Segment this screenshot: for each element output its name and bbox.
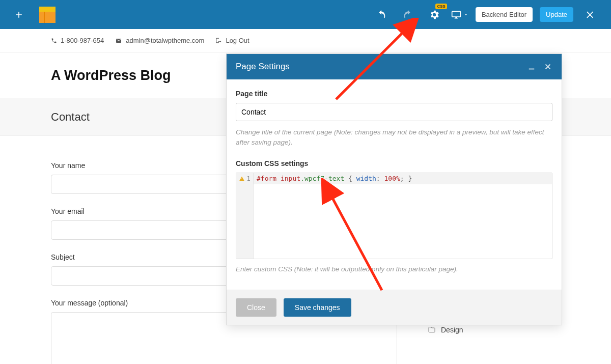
line-number: 1 xyxy=(246,175,250,182)
logout-icon xyxy=(215,37,222,44)
custom-css-editor[interactable]: 1 #form input .wpcf7-text { width : 100%… xyxy=(236,173,552,259)
page-title-input[interactable] xyxy=(236,103,552,121)
close-icon xyxy=(585,10,595,20)
css-token-element: input xyxy=(281,175,300,182)
gear-icon xyxy=(429,9,440,20)
folder-icon xyxy=(428,326,436,334)
page-settings-button[interactable]: CSS xyxy=(425,5,444,24)
modal-close-btn[interactable]: Close xyxy=(236,298,276,317)
code-content[interactable]: #form input .wpcf7-text { width : 100% ;… xyxy=(254,173,552,259)
email-text: admin@totalwptheme.com xyxy=(126,37,204,44)
undo-button[interactable] xyxy=(372,5,391,24)
email-link[interactable]: admin@totalwptheme.com xyxy=(115,37,204,44)
css-token-prop: width xyxy=(356,175,376,182)
css-token-class: .wpcf7-text xyxy=(300,175,344,182)
site-utility-bar: 1-800-987-654 admin@totalwptheme.com Log… xyxy=(0,29,611,52)
modal-title: Page Settings xyxy=(236,62,290,72)
backend-editor-button[interactable]: Backend Editor xyxy=(476,7,533,22)
page-title-field-label: Page title xyxy=(236,90,552,98)
add-element-button[interactable] xyxy=(9,5,29,24)
modal-close-button[interactable] xyxy=(543,62,552,71)
code-gutter: 1 xyxy=(236,173,254,259)
minimize-icon xyxy=(527,62,536,71)
responsive-preview-button[interactable] xyxy=(451,10,468,20)
css-token-value: 100% xyxy=(384,175,400,182)
templates-button[interactable] xyxy=(38,5,57,24)
modal-header[interactable]: Page Settings xyxy=(227,54,562,79)
modal-save-btn[interactable]: Save changes xyxy=(284,298,351,317)
modal-minimize-button[interactable] xyxy=(527,62,536,71)
logout-text: Log Out xyxy=(226,37,249,44)
visual-composer-toolbar: CSS Backend Editor Update xyxy=(0,0,611,29)
category-label: Design xyxy=(441,326,463,334)
page-title-help: Change title of the current page (Note: … xyxy=(236,127,552,148)
warning-icon xyxy=(239,176,245,182)
desktop-icon xyxy=(451,10,461,20)
css-token-brace-open: { xyxy=(348,175,352,182)
chevron-down-icon xyxy=(463,12,468,17)
templates-icon xyxy=(39,7,55,23)
custom-css-help: Enter custom CSS (Note: it will be outpu… xyxy=(236,264,552,274)
css-token-selector: #form xyxy=(257,175,276,182)
custom-css-label: Custom CSS settings xyxy=(236,159,552,167)
redo-button[interactable] xyxy=(398,5,418,24)
page-settings-modal: Page Settings Page title Change title of… xyxy=(226,53,562,325)
envelope-icon xyxy=(115,38,122,44)
phone-icon xyxy=(51,38,57,44)
css-badge: CSS xyxy=(435,4,447,9)
phone-link[interactable]: 1-800-987-654 xyxy=(51,37,104,44)
update-button[interactable]: Update xyxy=(540,7,573,22)
close-editor-button[interactable] xyxy=(580,5,600,24)
phone-text: 1-800-987-654 xyxy=(61,37,104,44)
css-token-semi: ; xyxy=(400,175,404,182)
css-token-brace-close: } xyxy=(408,175,412,182)
css-token-colon: : xyxy=(376,175,380,182)
close-icon xyxy=(543,62,552,71)
page-title: Contact xyxy=(0,110,90,124)
logout-link[interactable]: Log Out xyxy=(215,37,249,44)
